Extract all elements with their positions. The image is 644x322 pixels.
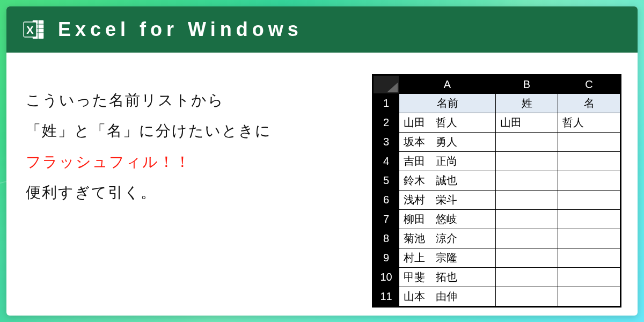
row-header[interactable]: 9 — [374, 248, 399, 268]
table-row: 2山田 哲人山田哲人 — [374, 113, 620, 133]
spreadsheet: A B C 1 名前 姓 名 2山田 哲人山田哲人3坂本 勇人4吉田 正尚5鈴木… — [372, 74, 621, 308]
table-row: 7柳田 悠岐 — [374, 210, 620, 229]
cell-c[interactable]: 哲人 — [558, 113, 620, 133]
cell-c[interactable] — [558, 152, 620, 171]
cell-a[interactable]: 坂本 勇人 — [399, 133, 496, 152]
text-line-1: こういった名前リストから — [26, 85, 326, 115]
table-row: 11山本 由伸 — [374, 287, 620, 306]
cell-c[interactable] — [558, 268, 620, 287]
cell-a[interactable]: 浅村 栄斗 — [399, 191, 496, 210]
cell-b[interactable] — [496, 248, 558, 268]
cell-a[interactable]: 山本 由伸 — [399, 287, 496, 306]
cell-a[interactable]: 甲斐 拓也 — [399, 268, 496, 287]
svg-text:X: X — [26, 24, 34, 36]
cell-b[interactable] — [496, 191, 558, 210]
cell-c[interactable] — [558, 171, 620, 191]
cell-a[interactable]: 鈴木 誠也 — [399, 171, 496, 191]
cell-c[interactable] — [558, 133, 620, 152]
cell-c[interactable] — [558, 210, 620, 229]
cell-b[interactable] — [496, 229, 558, 248]
card: X Excel for Windows こういった名前リストから 「姓」と「名」… — [6, 6, 638, 316]
text-line-3-highlight: フラッシュフィル！！ — [26, 147, 326, 177]
cell-a[interactable]: 山田 哲人 — [399, 113, 496, 133]
cell-c1[interactable]: 名 — [558, 94, 620, 113]
row-header[interactable]: 7 — [374, 210, 399, 229]
cell-c[interactable] — [558, 191, 620, 210]
cell-b1[interactable]: 姓 — [496, 94, 558, 113]
row-header[interactable]: 5 — [374, 171, 399, 191]
cell-b[interactable] — [496, 171, 558, 191]
content-area: こういった名前リストから 「姓」と「名」に分けたいときに フラッシュフィル！！ … — [6, 53, 638, 316]
header-bar: X Excel for Windows — [6, 6, 638, 53]
row-header[interactable]: 2 — [374, 113, 399, 133]
table-row: 4吉田 正尚 — [374, 152, 620, 171]
cell-a[interactable]: 菊池 涼介 — [399, 229, 496, 248]
description-text: こういった名前リストから 「姓」と「名」に分けたいときに フラッシュフィル！！ … — [26, 74, 326, 208]
cell-b[interactable] — [496, 210, 558, 229]
excel-icon: X — [23, 18, 46, 41]
table-row: 1 名前 姓 名 — [374, 94, 620, 113]
cell-b[interactable] — [496, 287, 558, 306]
select-all-corner[interactable] — [374, 76, 399, 94]
cell-b[interactable]: 山田 — [496, 113, 558, 133]
row-header[interactable]: 8 — [374, 229, 399, 248]
cell-c[interactable] — [558, 287, 620, 306]
table-row: 8菊池 涼介 — [374, 229, 620, 248]
cell-a1[interactable]: 名前 — [399, 94, 496, 113]
row-header[interactable]: 4 — [374, 152, 399, 171]
col-header-c[interactable]: C — [558, 76, 620, 94]
cell-c[interactable] — [558, 248, 620, 268]
row-header[interactable]: 10 — [374, 268, 399, 287]
table-row: 9村上 宗隆 — [374, 248, 620, 268]
cell-c[interactable] — [558, 229, 620, 248]
text-line-2: 「姓」と「名」に分けたいときに — [26, 115, 326, 146]
col-header-b[interactable]: B — [496, 76, 558, 94]
header-title: Excel for Windows — [58, 18, 303, 41]
row-header[interactable]: 11 — [374, 287, 399, 306]
cell-b[interactable] — [496, 152, 558, 171]
cell-a[interactable]: 吉田 正尚 — [399, 152, 496, 171]
table-row: 6浅村 栄斗 — [374, 191, 620, 210]
cell-a[interactable]: 柳田 悠岐 — [399, 210, 496, 229]
col-header-a[interactable]: A — [399, 76, 496, 94]
cell-b[interactable] — [496, 268, 558, 287]
row-header[interactable]: 1 — [374, 94, 399, 113]
table-row: 10甲斐 拓也 — [374, 268, 620, 287]
cell-a[interactable]: 村上 宗隆 — [399, 248, 496, 268]
row-header[interactable]: 3 — [374, 133, 399, 152]
table-row: 5鈴木 誠也 — [374, 171, 620, 191]
row-header[interactable]: 6 — [374, 191, 399, 210]
cell-b[interactable] — [496, 133, 558, 152]
column-header-row: A B C — [374, 76, 620, 94]
table-row: 3坂本 勇人 — [374, 133, 620, 152]
text-line-4: 便利すぎて引く。 — [26, 177, 326, 208]
grid: A B C 1 名前 姓 名 2山田 哲人山田哲人3坂本 勇人4吉田 正尚5鈴木… — [373, 75, 620, 306]
